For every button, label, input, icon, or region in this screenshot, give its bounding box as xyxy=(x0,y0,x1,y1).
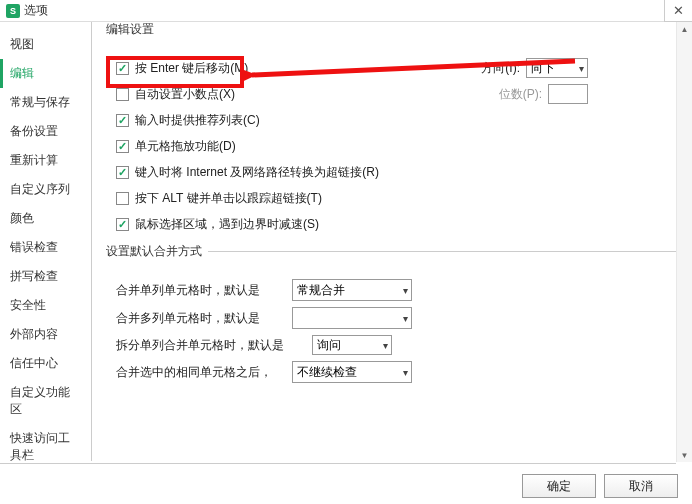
dropdown-merge-multi-col[interactable] xyxy=(292,307,412,329)
label-alt-click: 按下 ALT 键并单击以跟踪超链接(T) xyxy=(135,190,322,207)
label-merge-multi-col: 合并多列单元格时，默认是 xyxy=(116,310,286,327)
label-press-enter-move: 按 Enter 键后移动(M) xyxy=(135,60,248,77)
checkbox-autocomplete[interactable] xyxy=(116,114,129,127)
scroll-down-icon[interactable]: ▼ xyxy=(678,448,692,462)
sidebar-item-edit[interactable]: 编辑 xyxy=(0,59,91,88)
section-edit-header: 编辑设置 xyxy=(106,30,678,47)
label-merge-single-col: 合并单列单元格时，默认是 xyxy=(116,282,286,299)
dropdown-merge-single-col[interactable]: 常规合并 xyxy=(292,279,412,301)
sidebar: 视图 编辑 常规与保存 备份设置 重新计算 自定义序列 颜色 错误检查 拼写检查… xyxy=(0,22,92,461)
footer-separator xyxy=(0,463,676,464)
cancel-button[interactable]: 取消 xyxy=(604,474,678,498)
label-merge-split: 拆分单列合并单元格时，默认是 xyxy=(116,337,306,354)
title-bar: S 选项 ✕ xyxy=(0,0,692,22)
checkbox-drag-drop[interactable] xyxy=(116,140,129,153)
sidebar-item-custom-lists[interactable]: 自定义序列 xyxy=(0,175,91,204)
label-auto-decimal: 自动设置小数点(X) xyxy=(135,86,235,103)
section-merge-header: 设置默认合并方式 xyxy=(106,251,678,269)
sidebar-item-error-check[interactable]: 错误检查 xyxy=(0,233,91,262)
label-decimal-places: 位数(P): xyxy=(499,86,542,103)
scrollbar-vertical[interactable]: ▲ ▼ xyxy=(676,22,692,462)
checkbox-mouse-select[interactable] xyxy=(116,218,129,231)
dropdown-merge-same-after[interactable]: 不继续检查 xyxy=(292,361,412,383)
checkbox-auto-decimal[interactable] xyxy=(116,88,129,101)
label-direction: 方向(I): xyxy=(481,60,520,77)
checkbox-internet-link[interactable] xyxy=(116,166,129,179)
main-panel: 编辑设置 按 Enter 键后移动(M) 方向(I): 向下 自动设置小数点(X… xyxy=(92,22,692,461)
sidebar-item-spell-check[interactable]: 拼写检查 xyxy=(0,262,91,291)
footer: 确定 取消 xyxy=(522,474,678,498)
sidebar-item-external[interactable]: 外部内容 xyxy=(0,320,91,349)
app-icon: S xyxy=(6,4,20,18)
dropdown-direction[interactable]: 向下 xyxy=(526,58,588,78)
scroll-up-icon[interactable]: ▲ xyxy=(678,22,692,36)
ok-button[interactable]: 确定 xyxy=(522,474,596,498)
sidebar-item-trust-center[interactable]: 信任中心 xyxy=(0,349,91,378)
window-title: 选项 xyxy=(24,2,48,19)
spinner-decimal-places[interactable] xyxy=(548,84,588,104)
sidebar-item-customize-ribbon[interactable]: 自定义功能区 xyxy=(0,378,91,424)
checkbox-press-enter-move[interactable] xyxy=(116,62,129,75)
sidebar-item-general-save[interactable]: 常规与保存 xyxy=(0,88,91,117)
sidebar-item-view[interactable]: 视图 xyxy=(0,30,91,59)
label-drag-drop: 单元格拖放功能(D) xyxy=(135,138,236,155)
label-merge-same-after: 合并选中的相同单元格之后， xyxy=(116,364,286,381)
sidebar-item-security[interactable]: 安全性 xyxy=(0,291,91,320)
label-autocomplete: 输入时提供推荐列表(C) xyxy=(135,112,260,129)
label-mouse-select: 鼠标选择区域，遇到边界时减速(S) xyxy=(135,216,319,233)
dropdown-merge-split[interactable]: 询问 xyxy=(312,335,392,355)
label-internet-link: 键入时将 Internet 及网络路径转换为超链接(R) xyxy=(135,164,379,181)
sidebar-item-recalc[interactable]: 重新计算 xyxy=(0,146,91,175)
close-button[interactable]: ✕ xyxy=(664,0,692,22)
sidebar-item-backup[interactable]: 备份设置 xyxy=(0,117,91,146)
sidebar-item-color[interactable]: 颜色 xyxy=(0,204,91,233)
checkbox-alt-click[interactable] xyxy=(116,192,129,205)
